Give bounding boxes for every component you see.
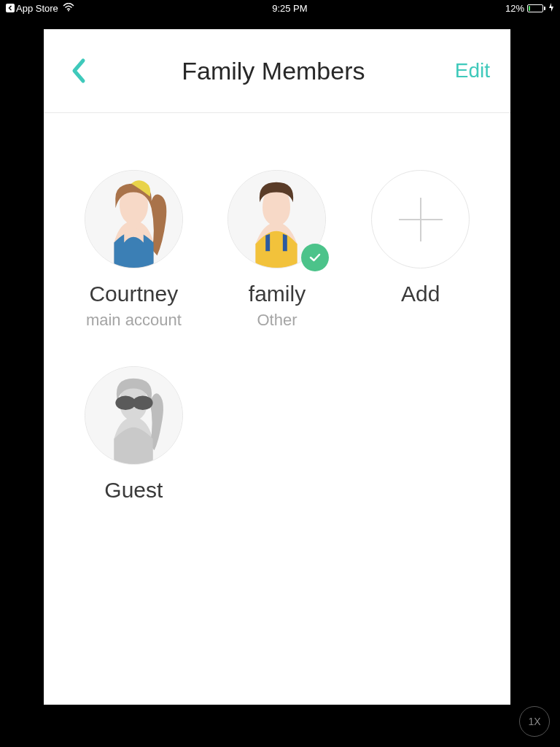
nav-bar: Family Members Edit bbox=[44, 29, 510, 113]
chevron-left-icon bbox=[70, 58, 86, 84]
member-subtitle: main account bbox=[86, 311, 182, 330]
status-left: App Store bbox=[6, 3, 74, 14]
battery-percent: 12% bbox=[505, 3, 524, 14]
status-time: 9:25 PM bbox=[272, 3, 307, 14]
wifi-icon bbox=[63, 3, 74, 14]
status-right: 12% bbox=[505, 3, 554, 14]
member-courtney[interactable]: Courtney main account bbox=[66, 170, 202, 330]
check-icon bbox=[301, 244, 329, 271]
member-family[interactable]: family Other bbox=[209, 170, 346, 330]
svg-rect-0 bbox=[6, 4, 15, 12]
member-guest[interactable]: Guest bbox=[66, 366, 202, 503]
app-window: Family Members Edit Courtney main accou bbox=[44, 29, 510, 705]
member-name: Courtney bbox=[89, 282, 178, 306]
member-subtitle: Other bbox=[257, 311, 297, 330]
scale-indicator[interactable]: 1X bbox=[519, 706, 550, 737]
plus-icon bbox=[371, 170, 470, 268]
avatar bbox=[85, 366, 183, 465]
member-name: Guest bbox=[104, 478, 163, 503]
member-name: family bbox=[249, 282, 306, 306]
back-to-app[interactable]: App Store bbox=[6, 3, 58, 14]
add-label: Add bbox=[401, 282, 440, 306]
battery-icon bbox=[527, 4, 545, 12]
svg-point-5 bbox=[115, 395, 136, 410]
add-member-button[interactable]: Add bbox=[352, 170, 489, 330]
back-to-app-label: App Store bbox=[16, 3, 58, 14]
svg-point-6 bbox=[133, 395, 153, 410]
back-button[interactable] bbox=[64, 57, 92, 85]
status-bar: App Store 9:25 PM 12% bbox=[0, 0, 560, 16]
avatar bbox=[85, 170, 183, 268]
svg-point-1 bbox=[68, 9, 69, 11]
page-title: Family Members bbox=[182, 57, 365, 85]
edit-button[interactable]: Edit bbox=[455, 59, 490, 82]
members-grid: Courtney main account family bbox=[44, 113, 510, 503]
charging-icon bbox=[548, 3, 554, 14]
